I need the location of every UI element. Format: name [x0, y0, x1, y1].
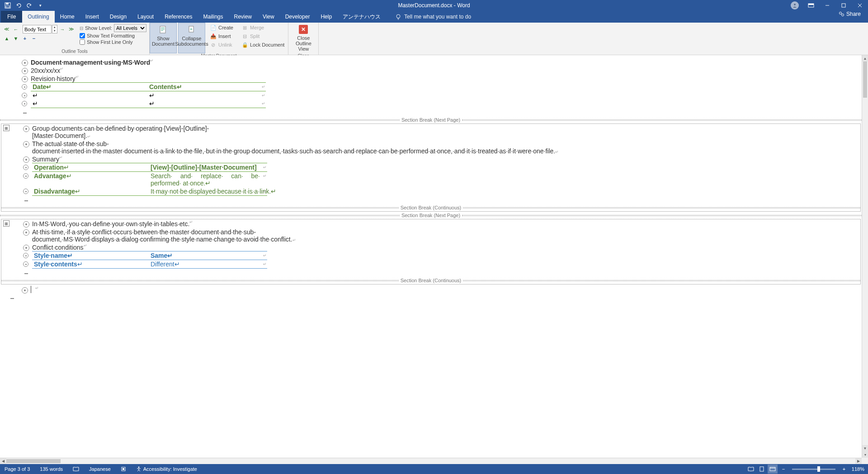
scroll-thumb[interactable] [863, 62, 867, 98]
zoom-level[interactable]: 118% [850, 466, 866, 472]
show-first-line-only-checkbox[interactable]: Show First Line Only [80, 39, 146, 45]
outline-item[interactable]: ↵ [0, 285, 862, 294]
subdocument-frame[interactable]: ▦ Group·documents·can·be·defined·by·oper… [1, 123, 861, 212]
outline-item[interactable]: Document·management·using·MS·Word↵ [0, 58, 862, 66]
demote-button[interactable]: → [58, 26, 66, 33]
promote-button[interactable]: ← [12, 26, 20, 33]
show-text-formatting-checkbox[interactable]: Show Text Formatting [80, 33, 146, 38]
document-pane[interactable]: Document·management·using·MS·Word↵ 20xx/… [0, 55, 862, 458]
status-accessibility[interactable]: Accessibility: Investigate [134, 466, 199, 472]
qat-customize-button[interactable]: ▾ [35, 0, 45, 10]
scroll-right-button[interactable]: ▶ [855, 458, 862, 464]
show-level-select[interactable]: All Levels [114, 24, 146, 32]
bullet-icon [23, 253, 28, 258]
demote-to-body-button[interactable]: ≫ [67, 26, 75, 33]
expand-button[interactable]: + [21, 35, 29, 42]
scroll-down-button-2[interactable]: ▾ [862, 451, 868, 458]
tell-me[interactable]: Tell me what you want to do [395, 11, 471, 23]
outline-item[interactable]: The·actual·state·of·the·sub-document·ins… [1, 139, 860, 155]
view-web-layout-button[interactable] [768, 465, 778, 474]
view-read-mode-button[interactable] [746, 465, 756, 474]
outline-item[interactable] [1, 269, 860, 277]
account-button[interactable] [789, 0, 800, 11]
status-macro[interactable] [119, 466, 128, 472]
tab-outlining[interactable]: Outlining [22, 11, 54, 23]
scroll-down-button[interactable]: ▼ [862, 445, 868, 451]
table-row[interactable]: ↵↵↵ [31, 91, 862, 100]
outline-level-input[interactable] [23, 25, 52, 33]
table-row[interactable]: Advantage↵Search· and· replace· can· be·… [32, 172, 860, 187]
scroll-up-button[interactable]: ▲ [862, 55, 868, 62]
tab-design[interactable]: Design [104, 11, 132, 23]
scroll-track[interactable] [6, 458, 855, 464]
tab-insert[interactable]: Insert [80, 11, 104, 23]
bullet-icon [23, 173, 28, 179]
tab-antenna[interactable]: アンテナハウス [337, 11, 386, 23]
table-row[interactable]: Date↵Contents↵↵ [31, 83, 862, 91]
tab-layout[interactable]: Layout [132, 11, 159, 23]
scroll-track[interactable] [862, 62, 868, 445]
table-row[interactable]: ↵↵↵ [31, 100, 862, 108]
tab-home[interactable]: Home [55, 11, 80, 23]
status-language[interactable]: Japanese [87, 466, 113, 472]
promote-to-heading1-button[interactable]: ≪ [3, 26, 11, 33]
tab-view[interactable]: View [257, 11, 280, 23]
move-down-button[interactable]: ▼ [12, 35, 20, 42]
scroll-thumb[interactable] [6, 459, 61, 463]
show-document-button[interactable]: Show Document [150, 23, 177, 53]
outline-item[interactable]: 20xx/xx/xx↵ [0, 66, 862, 74]
table-row[interactable]: Style·name↵Same↵↵ [32, 251, 860, 260]
svg-point-23 [138, 467, 139, 468]
outline-level-select[interactable]: ▴▾ [23, 25, 57, 33]
outline-item[interactable] [0, 294, 862, 302]
share-button[interactable]: Share [835, 11, 864, 17]
undo-button[interactable] [14, 0, 24, 10]
collapse-button[interactable]: − [30, 35, 38, 42]
outline-item[interactable]: Summary↵ [1, 155, 860, 163]
vertical-scrollbar[interactable]: ▲ ▼ ▾ [862, 55, 868, 458]
status-words[interactable]: 135 words [38, 466, 65, 472]
tab-file[interactable]: File [1, 11, 22, 23]
outline-item[interactable]: Conflict·conditions↵ [1, 243, 860, 251]
outline-item[interactable]: Revision·history↵ [0, 74, 862, 82]
minimize-button[interactable] [819, 0, 835, 11]
subdocument-frame[interactable]: ▦ In·MS·Word,·you·can·define·your·own·st… [1, 219, 861, 284]
tab-developer[interactable]: Developer [280, 11, 316, 23]
table-row[interactable]: Operation↵[View]-[Outline]-[Master·Docum… [32, 163, 860, 171]
outline-level-spinner[interactable]: ▴▾ [52, 25, 57, 33]
zoom-out-button[interactable]: − [778, 465, 788, 474]
horizontal-scrollbar[interactable]: ◀ ▶ [0, 458, 862, 464]
ribbon-display-button[interactable] [803, 0, 819, 11]
tab-review[interactable]: Review [229, 11, 257, 23]
close-outline-view-button[interactable]: ✕ Close Outline View [288, 23, 318, 53]
outline-arrows: ≪ ← ▴▾ → ≫ ▲ ▼ + − [3, 24, 75, 42]
outline-item[interactable]: In·MS·Word,·you·can·define·your·own·styl… [1, 219, 860, 228]
outline-item[interactable]: Group·documents·can·be·defined·by·operat… [1, 124, 860, 139]
outline-item[interactable] [0, 108, 862, 116]
status-spellcheck[interactable] [71, 466, 81, 472]
zoom-slider[interactable] [792, 469, 835, 470]
zoom-in-button[interactable]: + [839, 465, 849, 474]
insert-subdoc-button[interactable]: 📥Insert [208, 32, 235, 40]
table-row[interactable]: Disadvantage↵It·may·not·be·displayed·bec… [32, 187, 860, 195]
collapse-subdocuments-button[interactable]: + Collapse Subdocuments [178, 23, 205, 53]
subdoc-handle-icon[interactable]: ▦ [3, 125, 9, 131]
scroll-left-button[interactable]: ◀ [0, 458, 6, 464]
maximize-button[interactable] [835, 0, 852, 11]
subdoc-handle-icon[interactable]: ▦ [3, 220, 9, 227]
save-button[interactable] [3, 0, 13, 10]
view-print-layout-button[interactable] [757, 465, 767, 474]
status-page[interactable]: Page 3 of 3 [3, 466, 32, 472]
lock-document-button[interactable]: 🔒Lock Document [240, 41, 286, 49]
tab-mailings[interactable]: Mailings [198, 11, 229, 23]
zoom-knob[interactable] [817, 466, 820, 472]
close-window-button[interactable] [852, 0, 868, 11]
outline-item[interactable] [1, 196, 860, 204]
redo-button[interactable] [24, 0, 34, 10]
outline-item[interactable]: At·this·time,·if·a·style·conflict·occurs… [1, 228, 860, 243]
tab-references[interactable]: References [159, 11, 198, 23]
move-up-button[interactable]: ▲ [3, 35, 11, 42]
table-row[interactable]: Style·contents↵Different↵↵ [32, 260, 860, 268]
create-button[interactable]: 📄Create [208, 24, 235, 32]
tab-help[interactable]: Help [315, 11, 337, 23]
